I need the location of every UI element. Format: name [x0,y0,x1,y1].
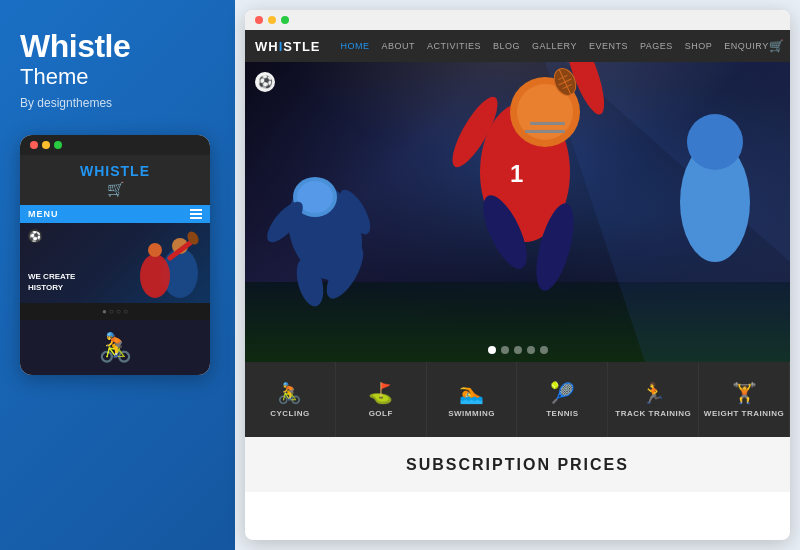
nav-item-activities[interactable]: ACTIVITIES [427,41,481,51]
swimming-label: SWIMMING [448,409,495,418]
mobile-menu-label: MENU [28,209,59,219]
nav-item-blog[interactable]: BLOG [493,41,520,51]
svg-point-3 [148,243,162,257]
soccer-ball-icon: ⚽ [28,229,42,243]
by-line: By designthemes [20,96,112,110]
svg-rect-21 [525,130,565,133]
sport-cat-cycling[interactable]: 🚴 CYCLING [245,362,336,437]
desktop-cart-icon[interactable]: 🛒 [769,39,784,53]
left-panel: Whistle Theme By designthemes WHISTLE 🛒 … [0,0,235,550]
sport-categories: 🚴 CYCLING ⛳ GOLF 🏊 SWIMMING 🎾 TENNIS 🏃 T… [245,362,790,437]
hero-player-svg: 1 [245,62,790,362]
mobile-hero-text: WE CREATEHISTORY [28,272,75,293]
desktop-nav: WHISTLE HOME ABOUT ACTIVITIES BLOG GALLE… [245,30,790,62]
dot-red [30,141,38,149]
browser-top-bar [245,10,790,30]
app-subtitle: Theme [20,64,88,90]
nav-item-pages[interactable]: PAGES [640,41,673,51]
golf-label: GOLF [369,409,393,418]
mobile-logo-text: WHISTLE [80,163,150,179]
nav-items: HOME ABOUT ACTIVITIES BLOG GALLERY EVENT… [341,41,769,51]
hero-area: ⚽ [245,62,790,362]
slide-dot-2[interactable] [501,346,509,354]
svg-text:1: 1 [510,160,523,187]
slide-dot-4[interactable] [527,346,535,354]
track-label: TRACK TRAINING [615,409,691,418]
slide-dots [488,346,548,354]
svg-point-2 [140,254,170,298]
nav-item-shop[interactable]: SHOP [685,41,713,51]
mobile-slide-dots: ● ○ ○ ○ [20,303,210,320]
mobile-mockup: WHISTLE 🛒 MENU ⚽ [20,135,210,375]
mobile-player-svg [125,228,205,303]
nav-item-enquiry[interactable]: ENQUIRY [724,41,768,51]
browser-dot-green [281,16,289,24]
sport-cat-golf[interactable]: ⛳ GOLF [336,362,427,437]
browser-dot-red [255,16,263,24]
cycling-icon: 🚴 [277,381,302,405]
subscription-title: SUBSCRIPTION PRICES [406,456,629,474]
mobile-header: WHISTLE 🛒 [20,155,210,205]
mobile-menu-bar[interactable]: MENU [20,205,210,223]
mobile-top-bar [20,135,210,155]
dot-green [54,141,62,149]
nav-item-home[interactable]: HOME [341,41,370,51]
track-icon: 🏃 [641,381,666,405]
hamburger-icon [190,209,202,219]
mobile-cycling-section: 🚴 [20,320,210,375]
desktop-logo: WHISTLE [255,39,321,54]
sport-cat-tennis[interactable]: 🎾 TENNIS [517,362,608,437]
sport-cat-weight[interactable]: 🏋 WEIGHT TRAINING [699,362,790,437]
browser-dot-yellow [268,16,276,24]
dot-yellow [42,141,50,149]
golf-icon: ⛳ [368,381,393,405]
svg-point-35 [687,114,743,170]
swimming-icon: 🏊 [459,381,484,405]
slide-dot-5[interactable] [540,346,548,354]
app-title: Whistle [20,30,130,62]
slide-dot-3[interactable] [514,346,522,354]
cycling-label: CYCLING [270,409,310,418]
nav-item-events[interactable]: EVENTS [589,41,628,51]
mobile-hero: ⚽ WE CREATEHISTORY [20,223,210,303]
nav-item-gallery[interactable]: GALLERY [532,41,577,51]
tennis-icon: 🎾 [550,381,575,405]
svg-rect-20 [530,122,565,125]
weight-icon: 🏋 [732,381,757,405]
nav-item-about[interactable]: ABOUT [382,41,416,51]
tennis-label: TENNIS [546,409,578,418]
sport-cat-swimming[interactable]: 🏊 SWIMMING [427,362,518,437]
cycling-icon-mobile: 🚴 [98,331,133,364]
main-content: WHISTLE HOME ABOUT ACTIVITIES BLOG GALLE… [245,10,790,540]
mobile-cart-icon: 🛒 [107,181,124,197]
slide-dot-1[interactable] [488,346,496,354]
weight-label: WEIGHT TRAINING [704,409,784,418]
mobile-logo: WHISTLE [80,163,150,179]
subscription-section: SUBSCRIPTION PRICES [245,437,790,492]
sport-cat-track[interactable]: 🏃 TRACK TRAINING [608,362,699,437]
